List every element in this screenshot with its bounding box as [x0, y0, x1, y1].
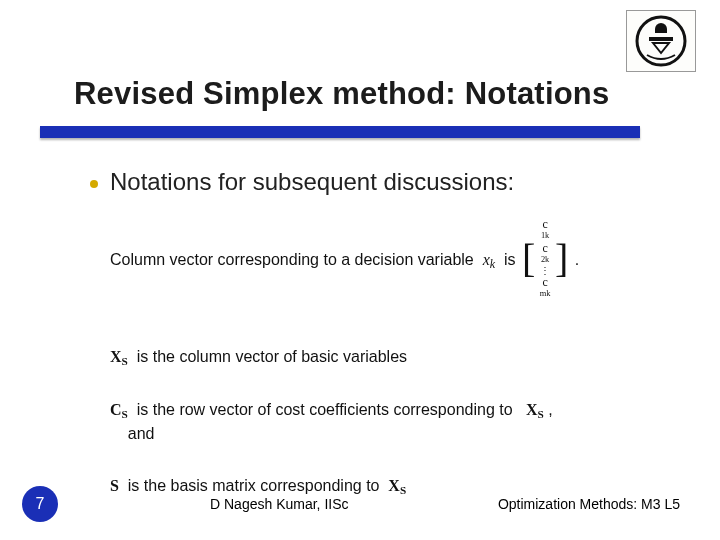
- xs-symbol-ref: XS: [526, 401, 544, 418]
- comma: ,: [548, 401, 552, 418]
- subheading: Notations for subsequent discussions:: [90, 168, 514, 196]
- is-text: is: [504, 251, 516, 268]
- item-xs: XS is the column vector of basic variabl…: [110, 346, 690, 369]
- slide-title: Revised Simplex method: Notations: [74, 76, 680, 112]
- colvec-text: Column vector corresponding to a decisio…: [110, 251, 474, 268]
- item-cs: CS is the row vector of cost coefficient…: [110, 399, 690, 445]
- footer: 7 D Nagesh Kumar, IISc Optimization Meth…: [0, 486, 720, 522]
- content-area: Column vector corresponding to a decisio…: [110, 220, 690, 529]
- xs-desc: is the column vector of basic variables: [137, 348, 407, 365]
- footer-course: Optimization Methods: M3 L5: [498, 496, 680, 512]
- item-column-vector: Column vector corresponding to a decisio…: [110, 220, 690, 302]
- xs-symbol: XS: [110, 348, 128, 365]
- footer-author: D Nagesh Kumar, IISc: [210, 496, 349, 512]
- cs-and: and: [128, 425, 155, 442]
- page-number: 7: [22, 486, 58, 522]
- crest-icon: [633, 13, 689, 69]
- period: .: [575, 251, 579, 268]
- title-underline: [40, 126, 640, 138]
- cs-symbol: CS: [110, 401, 128, 418]
- column-vector-bracket: [ c1k c2k ⋮ cmk ]: [522, 218, 568, 300]
- bullet-icon: [90, 180, 98, 188]
- cs-desc: is the row vector of cost coefficients c…: [137, 401, 513, 418]
- institute-logo: [626, 10, 696, 72]
- xk-symbol: xk: [483, 251, 495, 268]
- subheading-text: Notations for subsequent discussions:: [110, 168, 514, 195]
